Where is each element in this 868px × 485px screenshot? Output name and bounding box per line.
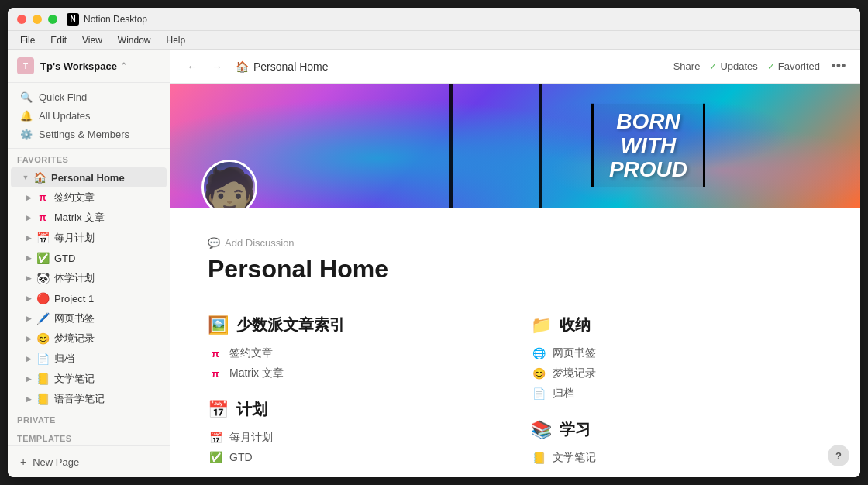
gtd-icon: ✅: [36, 251, 50, 265]
monthly-item-label: 每月计划: [229, 431, 273, 445]
workspace-chevron: ⌃: [120, 61, 127, 71]
menu-file[interactable]: File: [14, 33, 41, 47]
sidebar-scroll: 🔍 Quick Find 🔔 All Updates ⚙️ Settings &…: [8, 83, 170, 445]
content-item-qianyu[interactable]: π 签约文章: [208, 343, 500, 363]
quick-find-button[interactable]: 🔍 Quick Find: [11, 88, 167, 106]
new-page-button[interactable]: + New Page: [14, 452, 164, 471]
content-item-literature[interactable]: 📒 文学笔记: [531, 448, 823, 468]
expand-arrow: ▶: [23, 273, 34, 284]
favorites-label: FAVORITES: [8, 149, 170, 167]
title-bar: N Notion Desktop: [8, 8, 860, 31]
expand-arrow: ▶: [23, 192, 34, 203]
sidebar-item-literature[interactable]: ▶ 📒 文学笔记: [11, 369, 167, 389]
expand-arrow: ▶: [23, 293, 34, 304]
minimize-button[interactable]: [33, 15, 42, 24]
right-column: 📁 收纳 🌐 网页书签 😊 梦境记录 📄: [531, 302, 823, 468]
sidebar-item-monthly[interactable]: ▶ 📅 每月计划: [11, 228, 167, 248]
page-avatar: 🧑: [202, 160, 257, 208]
close-button[interactable]: [17, 15, 26, 24]
sidebar-item-gtd[interactable]: ▶ ✅ GTD: [11, 248, 167, 268]
literature-label: 文学笔记: [54, 372, 95, 386]
comment-icon: 💬: [208, 237, 220, 249]
web-icon: 🌐: [531, 347, 546, 359]
updates-button[interactable]: ✓ Updates: [709, 60, 757, 72]
window-controls: [17, 15, 57, 24]
expand-arrow: ▶: [23, 333, 34, 344]
content-item-monthly[interactable]: 📅 每月计划: [208, 428, 500, 448]
share-button[interactable]: Share: [673, 60, 701, 72]
back-button[interactable]: ←: [183, 57, 202, 76]
top-bar: ← → 🏠 Personal Home Share ✓ Updates ✓ Fa…: [170, 50, 860, 84]
forward-button[interactable]: →: [208, 57, 226, 76]
avatar-silhouette: 🧑: [202, 165, 257, 208]
app-icon: N: [67, 13, 79, 26]
menu-help[interactable]: Help: [160, 33, 192, 47]
dream-icon: 😊: [531, 367, 546, 380]
sidebar-item-archive[interactable]: ▶ 📄 归档: [11, 349, 167, 369]
sidebar-item-study-plan[interactable]: ▶ 🐼 体学计划: [11, 268, 167, 288]
help-button[interactable]: ?: [828, 445, 849, 466]
content-item-matrix[interactable]: π Matrix 文章: [208, 363, 500, 384]
workspace-switcher[interactable]: T Tp's Workspace ⌃: [8, 50, 170, 83]
bookmark-label: 网页书签: [54, 311, 95, 325]
page-banner: BORN WITH PROUD 🧑: [170, 84, 860, 208]
sidebar-item-matrix[interactable]: ▶ π Matrix 文章: [11, 208, 167, 228]
content-item-gtd[interactable]: ✅ GTD: [208, 448, 500, 466]
archive-label: 归档: [54, 352, 74, 366]
favorited-label: Favorited: [778, 60, 820, 72]
content-item-archive-right[interactable]: 📄 归档: [531, 384, 823, 404]
settings-button[interactable]: ⚙️ Settings & Members: [11, 125, 167, 143]
sidebar-item-bookmarks[interactable]: ▶ 🖊️ 网页书签: [11, 308, 167, 328]
matrix-item-label: Matrix 文章: [229, 366, 284, 380]
maximize-button[interactable]: [48, 15, 57, 24]
sidebar-item-dream[interactable]: ▶ 😊 梦境记录: [11, 328, 167, 349]
menu-window[interactable]: Window: [112, 33, 157, 47]
all-updates-button[interactable]: 🔔 All Updates: [11, 106, 167, 125]
personal-home-icon: 🏠: [33, 170, 46, 184]
sidebar-item-personal-home[interactable]: ▼ 🏠 Personal Home: [11, 167, 167, 187]
expand-arrow: ▶: [23, 212, 34, 223]
sidebar-item-project1[interactable]: ▶ 🔴 Project 1: [11, 288, 167, 308]
matrix-icon: π: [36, 211, 50, 225]
bookmark-icon: 🖊️: [36, 311, 50, 325]
workspace-icon: T: [17, 57, 34, 74]
page-content-grid: 🖼️ 少数派文章索引 π 签约文章 π Matrix 文章: [170, 302, 860, 477]
discussion-area: 💬 Add Discussion: [208, 237, 823, 249]
study-icon: 🐼: [36, 271, 50, 285]
sidebar-item-language[interactable]: ▶ 📒 语音学笔记: [11, 389, 167, 409]
learning-icon: 📚: [531, 420, 552, 440]
templates-label: TEMPLATES: [8, 428, 170, 445]
more-options-button[interactable]: •••: [829, 57, 848, 76]
content-item-web-bookmarks[interactable]: 🌐 网页书签: [531, 343, 823, 363]
qianyu-icon: π: [208, 348, 223, 359]
sidebar-item-qianyu[interactable]: ▶ π 签约文章: [11, 187, 167, 208]
collection-title: 收纳: [560, 315, 591, 335]
language-label: 语音学笔记: [54, 392, 105, 406]
gear-icon: ⚙️: [20, 128, 33, 140]
quick-find-label: Quick Find: [39, 91, 87, 103]
banner-text-line1: BORN: [609, 110, 687, 134]
avatar-image: 🧑: [204, 162, 255, 208]
settings-label: Settings & Members: [39, 129, 129, 140]
page-title: Personal Home: [208, 255, 823, 284]
sidebar-actions: 🔍 Quick Find 🔔 All Updates ⚙️ Settings &…: [8, 83, 170, 149]
favorited-button[interactable]: ✓ Favorited: [767, 60, 820, 72]
add-discussion-button[interactable]: 💬 Add Discussion: [208, 237, 823, 249]
plan-section-header: 📅 计划: [208, 399, 500, 420]
monthly-icon: 📅: [208, 432, 223, 444]
project-icon: 🔴: [36, 291, 50, 305]
articles-icon: 🖼️: [208, 315, 229, 335]
qianyu-label: 签约文章: [54, 191, 95, 205]
app-body: T Tp's Workspace ⌃ 🔍 Quick Find 🔔 All Up…: [8, 50, 860, 477]
content-item-dream-record[interactable]: 😊 梦境记录: [531, 363, 823, 384]
main-content: ← → 🏠 Personal Home Share ✓ Updates ✓ Fa…: [170, 50, 860, 477]
learning-title: 学习: [560, 419, 591, 440]
menu-edit[interactable]: Edit: [44, 33, 73, 47]
menu-view[interactable]: View: [76, 33, 108, 47]
banner-bar-left: [450, 84, 453, 208]
archive-icon: 📄: [531, 387, 546, 400]
articles-title: 少数派文章索引: [236, 315, 345, 335]
breadcrumb: 🏠 Personal Home: [236, 60, 329, 73]
page-scroll[interactable]: BORN WITH PROUD 🧑: [170, 84, 860, 477]
web-bookmarks-label: 网页书签: [553, 346, 596, 360]
